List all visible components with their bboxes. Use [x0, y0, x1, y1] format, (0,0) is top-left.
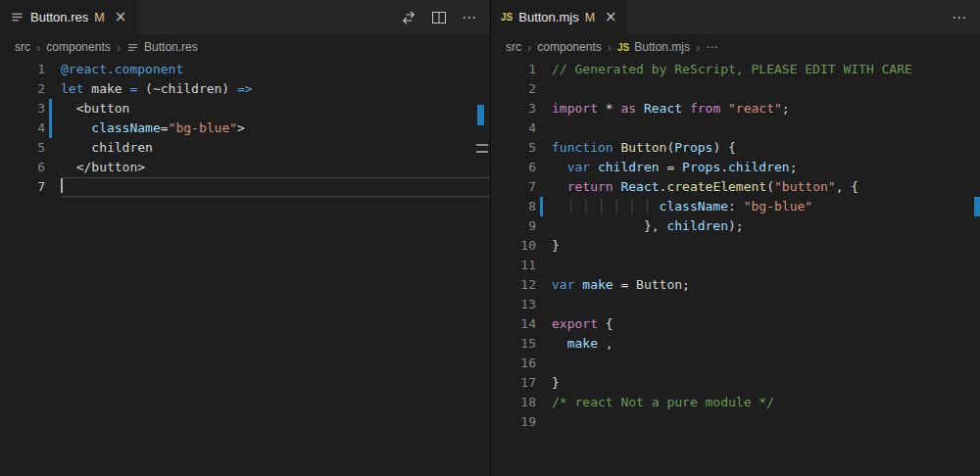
code-text[interactable]: return React.createElement("button", {: [552, 177, 980, 197]
tab-button-res[interactable]: Button.res M ×: [0, 0, 136, 34]
editor-actions-left: ⋯: [398, 0, 490, 34]
code-text[interactable]: }: [552, 236, 980, 256]
code-text[interactable]: var children = Props.children;: [552, 158, 980, 177]
split-editor-icon[interactable]: [428, 7, 450, 28]
code-text[interactable]: className="bg-blue">: [61, 119, 490, 138]
line-number[interactable]: 5: [491, 138, 536, 158]
code-line[interactable]: 19: [491, 412, 980, 432]
code-line[interactable]: 11: [491, 256, 980, 275]
code-line[interactable]: 9 }, children);: [491, 216, 980, 236]
line-number[interactable]: 8: [491, 197, 536, 216]
code-text[interactable]: [61, 177, 490, 197]
line-number[interactable]: 6: [491, 158, 536, 177]
code-text[interactable]: [552, 354, 980, 373]
line-number[interactable]: 14: [491, 314, 536, 334]
code-line[interactable]: 3import * as React from "react";: [491, 99, 980, 119]
code-text[interactable]: <button: [61, 99, 490, 119]
code-line[interactable]: 10}: [491, 236, 980, 256]
code-line[interactable]: 7 return React.createElement("button", {: [491, 177, 980, 197]
line-number[interactable]: 3: [491, 99, 536, 119]
line-number[interactable]: 1: [491, 60, 536, 79]
code-text[interactable]: @react.component: [61, 60, 490, 79]
code-text[interactable]: // Generated by ReScript, PLEASE EDIT WI…: [552, 60, 980, 79]
line-number[interactable]: 2: [491, 79, 536, 99]
line-number[interactable]: 19: [491, 412, 536, 432]
code-line[interactable]: 5function Button(Props) {: [491, 138, 980, 158]
code-line[interactable]: 8 │ │ │ │ │ │ className: "bg-blue": [491, 197, 980, 216]
breadcrumb-item-src[interactable]: src: [506, 40, 521, 54]
code-editor-rescript[interactable]: 1@react.component2let make = (~children)…: [0, 60, 490, 476]
line-number[interactable]: 5: [0, 138, 45, 158]
code-text[interactable]: /* react Not a pure module */: [552, 393, 980, 412]
code-line[interactable]: 7: [0, 177, 490, 197]
breadcrumb-file[interactable]: JS Button.mjs: [617, 40, 690, 54]
code-text[interactable]: let make = (~children) =>: [61, 79, 490, 99]
code-line[interactable]: 3 <button: [0, 99, 490, 119]
breadcrumb-item-components[interactable]: components: [46, 40, 110, 54]
code-text[interactable]: [552, 119, 980, 138]
line-number[interactable]: 7: [0, 177, 45, 197]
line-number[interactable]: 18: [491, 393, 536, 412]
code-text[interactable]: }: [552, 373, 980, 393]
code-line[interactable]: 1// Generated by ReScript, PLEASE EDIT W…: [491, 60, 980, 79]
code-text[interactable]: [552, 295, 980, 314]
code-text[interactable]: }, children);: [552, 216, 980, 236]
code-text[interactable]: make ,: [552, 334, 980, 354]
line-number[interactable]: 4: [0, 119, 45, 138]
code-line[interactable]: 13: [491, 295, 980, 314]
breadcrumb-symbol-ellipsis[interactable]: ⋯: [706, 40, 717, 54]
line-number[interactable]: 1: [0, 60, 45, 79]
breadcrumb-item-src[interactable]: src: [15, 40, 30, 54]
code-line[interactable]: 12var make = Button;: [491, 275, 980, 295]
line-number[interactable]: 7: [491, 177, 536, 197]
code-text[interactable]: [552, 256, 980, 275]
open-changes-icon[interactable]: [398, 7, 419, 28]
code-text[interactable]: children: [61, 138, 490, 158]
line-number[interactable]: 9: [491, 216, 536, 236]
code-text[interactable]: </button>: [61, 158, 490, 177]
code-line[interactable]: 18/* react Not a pure module */: [491, 393, 980, 412]
code-line[interactable]: 16: [491, 354, 980, 373]
line-number[interactable]: 17: [491, 373, 536, 393]
git-modified-indicator: [45, 119, 61, 138]
code-line[interactable]: 4: [491, 119, 980, 138]
line-number[interactable]: 4: [491, 119, 536, 138]
line-number[interactable]: 12: [491, 275, 536, 295]
code-line[interactable]: 5 children: [0, 138, 490, 158]
code-line[interactable]: 6 </button>: [0, 158, 490, 177]
code-editor-javascript[interactable]: 1// Generated by ReScript, PLEASE EDIT W…: [491, 60, 980, 476]
code-text[interactable]: export {: [552, 314, 980, 334]
breadcrumb-file[interactable]: Button.res: [126, 40, 198, 54]
code-line[interactable]: 2: [491, 79, 980, 99]
gutter-margin: [45, 177, 61, 197]
code-line[interactable]: 2let make = (~children) =>: [0, 79, 490, 99]
line-number[interactable]: 3: [0, 99, 45, 119]
code-line[interactable]: 4 className="bg-blue">: [0, 119, 490, 138]
breadcrumb-item-components[interactable]: components: [537, 40, 601, 54]
gutter-margin: [536, 275, 552, 295]
code-text[interactable]: │ │ │ │ │ │ className: "bg-blue": [552, 197, 980, 216]
code-text[interactable]: [552, 412, 980, 432]
code-text[interactable]: import * as React from "react";: [552, 99, 980, 119]
tab-button-mjs[interactable]: JS Button.mjs M ×: [491, 0, 627, 34]
line-number[interactable]: 15: [491, 334, 536, 354]
code-line[interactable]: 1@react.component: [0, 60, 490, 79]
code-line[interactable]: 15 make ,: [491, 334, 980, 354]
line-number[interactable]: 2: [0, 79, 45, 99]
code-text[interactable]: var make = Button;: [552, 275, 980, 295]
line-number[interactable]: 16: [491, 354, 536, 373]
more-actions-icon[interactable]: ⋯: [459, 7, 480, 28]
close-icon[interactable]: ×: [115, 10, 127, 24]
line-number[interactable]: 11: [491, 256, 536, 275]
code-line[interactable]: 14export {: [491, 314, 980, 334]
line-number[interactable]: 6: [0, 158, 45, 177]
more-actions-icon[interactable]: ⋯: [949, 7, 970, 28]
code-text[interactable]: function Button(Props) {: [552, 138, 980, 158]
code-line[interactable]: 17}: [491, 373, 980, 393]
line-number[interactable]: 13: [491, 295, 536, 314]
close-icon[interactable]: ×: [605, 10, 617, 24]
code-line[interactable]: 6 var children = Props.children;: [491, 158, 980, 177]
token: );: [728, 218, 744, 233]
line-number[interactable]: 10: [491, 236, 536, 256]
code-text[interactable]: [552, 79, 980, 99]
